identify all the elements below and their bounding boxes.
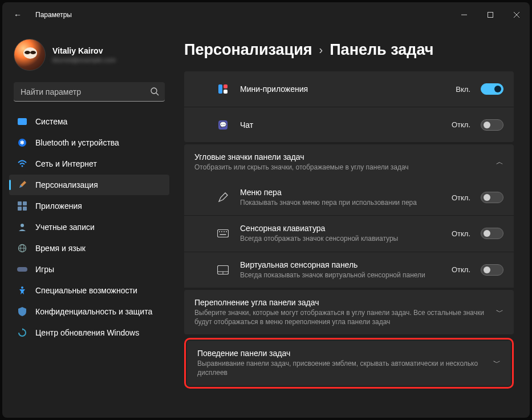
chevron-down-icon: ﹀: [493, 358, 501, 368]
row-pen-menu: Меню пера Показывать значок меню пера пр…: [184, 180, 514, 215]
main-content: Персонализация › Панель задач Мини-прило…: [176, 27, 530, 418]
nav-label: Приложения: [35, 201, 82, 211]
update-icon: [17, 328, 27, 338]
row-title: Виртуальная сенсорная панель: [240, 260, 441, 269]
accessibility-icon: [17, 285, 27, 296]
touch-keyboard-toggle[interactable]: [481, 228, 503, 239]
bluetooth-icon: ✱: [17, 138, 27, 148]
widgets-toggle[interactable]: [481, 83, 503, 95]
svg-rect-1: [488, 13, 493, 18]
virtual-touchpad-toggle[interactable]: [481, 264, 503, 276]
toggle-state: Откл.: [452, 229, 470, 238]
pen-toggle[interactable]: [481, 192, 503, 203]
titlebar: ← Параметры: [2, 2, 530, 27]
nav-label: Время и язык: [35, 244, 86, 253]
row-title: Чат: [240, 120, 441, 130]
row-sub: Всегда показывать значок виртуальной сен…: [240, 270, 441, 280]
brush-icon: [17, 180, 27, 190]
expander-sub: Выберите значки, которые могут отображат…: [194, 308, 489, 326]
row-touch-keyboard: Сенсорная клавиатура Всегда отображать з…: [184, 215, 514, 251]
row-widgets: Мини-приложения Вкл.: [184, 71, 514, 107]
row-title: Сенсорная клавиатура: [240, 224, 441, 233]
nav-privacy[interactable]: Конфиденциальность и защита: [9, 301, 169, 322]
expander-sub: Отобразить или скрыть значки, отображаем…: [194, 163, 489, 172]
nav-label: Персонализация: [35, 180, 98, 189]
svg-point-16: [21, 286, 23, 289]
page-title: Панель задач: [330, 41, 433, 59]
nav-label: Специальные возможности: [35, 286, 137, 295]
nav-label: Конфиденциальность и защита: [35, 307, 152, 316]
minimize-button[interactable]: [451, 2, 477, 27]
nav-windows-update[interactable]: Центр обновления Windows: [9, 322, 169, 343]
maximize-button[interactable]: [477, 2, 503, 27]
svg-line-5: [156, 93, 159, 95]
row-title: Мини-приложения: [240, 84, 445, 94]
nav-accessibility[interactable]: Специальные возможности: [9, 280, 169, 301]
breadcrumb-parent[interactable]: Персонализация: [184, 41, 312, 59]
toggle-state: Вкл.: [456, 85, 470, 94]
nav-time-language[interactable]: Время и язык: [9, 238, 169, 259]
nav-label: Игры: [35, 265, 54, 274]
search: [14, 82, 165, 102]
svg-rect-15: [17, 267, 27, 272]
profile[interactable]: Vitaliy Kairov blurred@example.com: [7, 32, 172, 78]
search-icon: [150, 87, 159, 98]
close-button[interactable]: [503, 2, 530, 27]
svg-point-11: [21, 224, 24, 227]
nav-label: Bluetooth и устройства: [35, 138, 119, 147]
expander-title: Переполнение угла панели задач: [194, 298, 489, 307]
user-icon: [17, 222, 27, 232]
nav-label: Учетные записи: [35, 223, 95, 232]
nav-accounts[interactable]: Учетные записи: [9, 217, 169, 237]
profile-name: Vitaliy Kairov: [52, 46, 116, 55]
row-sub: Показывать значок меню пера при использо…: [240, 198, 441, 207]
apps-icon: [17, 201, 27, 211]
nav-system[interactable]: Система: [9, 111, 169, 132]
highlight-annotation: Поведение панели задач Выравнивание пане…: [184, 338, 514, 388]
keyboard-icon: [216, 227, 230, 240]
svg-point-6: [22, 165, 23, 167]
system-icon: [17, 116, 27, 127]
nav-gaming[interactable]: Игры: [9, 259, 169, 280]
corner-icons-header[interactable]: Угловые значки панели задач Отобразить и…: [184, 144, 514, 180]
window-title: Параметры: [35, 11, 451, 19]
gaming-icon: [17, 264, 27, 274]
expander-title: Угловые значки панели задач: [194, 152, 489, 161]
corner-icons-expander: Угловые значки панели задач Отобразить и…: [184, 144, 514, 288]
profile-email: blurred@example.com: [52, 56, 116, 63]
search-input[interactable]: [14, 82, 165, 102]
toggle-state: Откл.: [452, 193, 470, 202]
wifi-icon: [17, 159, 27, 169]
svg-rect-10: [23, 207, 27, 211]
chevron-down-icon: ﹀: [496, 307, 503, 317]
pen-icon: [216, 191, 230, 204]
taskbar-items-card: Мини-приложения Вкл. 💬 Чат Откл.: [184, 71, 514, 142]
chat-toggle[interactable]: [481, 119, 503, 131]
chevron-right-icon: ›: [319, 43, 323, 56]
nav: Система ✱ Bluetooth и устройства Сеть и …: [7, 111, 172, 344]
chevron-up-icon: ︿: [496, 157, 503, 167]
corner-overflow-expander[interactable]: Переполнение угла панели задач Выберите …: [184, 290, 514, 334]
nav-apps[interactable]: Приложения: [9, 196, 169, 216]
globe-icon: [17, 243, 27, 253]
svg-point-4: [151, 88, 157, 94]
nav-label: Система: [35, 117, 67, 126]
row-virtual-touchpad: Виртуальная сенсорная панель Всегда пока…: [184, 252, 514, 288]
nav-bluetooth[interactable]: ✱ Bluetooth и устройства: [9, 132, 169, 153]
toggle-state: Откл.: [452, 265, 470, 274]
svg-rect-7: [18, 201, 22, 205]
nav-personalization[interactable]: Персонализация: [9, 175, 169, 195]
nav-network[interactable]: Сеть и Интернет: [9, 154, 169, 174]
row-chat: 💬 Чат Откл.: [184, 107, 514, 142]
svg-rect-17: [218, 230, 229, 237]
shield-icon: [17, 306, 27, 317]
nav-label: Сеть и Интернет: [35, 159, 97, 168]
svg-rect-8: [23, 201, 27, 205]
back-button[interactable]: ←: [14, 10, 22, 19]
row-sub: Всегда отображать значок сенсорной клави…: [240, 234, 441, 243]
svg-rect-9: [18, 207, 22, 211]
expander-sub: Выравнивание панели задач, присвоение эм…: [197, 359, 486, 377]
taskbar-behavior-expander[interactable]: Поведение панели задач Выравнивание пане…: [187, 341, 511, 385]
chat-icon: 💬: [216, 118, 230, 132]
touchpad-icon: [216, 263, 230, 277]
